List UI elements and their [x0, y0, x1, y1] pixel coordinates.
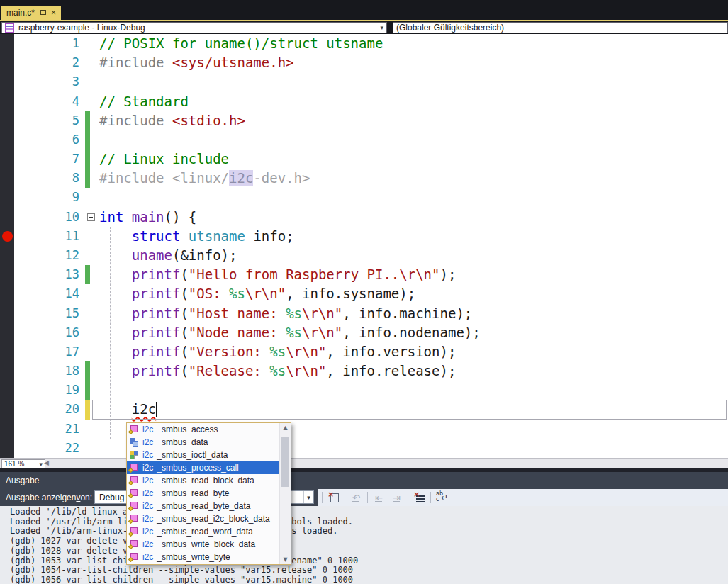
code-text: int main() {: [99, 208, 196, 227]
line-number: 11: [14, 227, 79, 246]
output-filter-label: Ausgabe anzeigen von:: [6, 489, 92, 506]
completion-item[interactable]: i2c_smbus_write_byte: [127, 551, 280, 563]
line-number: 4: [14, 92, 79, 111]
ide-window: main.c* × raspberry-example - Linux-Debu…: [0, 0, 728, 584]
output-toolbar-icons: ×↶⇤⇥×abc↵: [318, 489, 728, 506]
code-text: #include <linux/i2c-dev.h>: [99, 169, 310, 188]
output-panel-title: Ausgabe: [6, 476, 39, 485]
toolbar-separator: [367, 492, 368, 503]
pin-icon[interactable]: [40, 10, 46, 16]
find-message-icon[interactable]: ×: [327, 491, 340, 504]
line-number: 21: [14, 420, 79, 439]
tab-main-c[interactable]: main.c* ×: [1, 6, 61, 20]
goto-previous-message-icon[interactable]: ↶: [349, 491, 363, 504]
completion-item[interactable]: i2c_smbus_data: [127, 436, 280, 449]
intellisense-popup: i2c_smbus_accessi2c_smbus_datai2c_smbus_…: [126, 422, 291, 565]
code-text: printf("OS: %s\r\n", info.sysname);: [99, 284, 415, 303]
function-icon: [129, 539, 139, 549]
code-line[interactable]: 8#include <linux/i2c-dev.h>: [0, 169, 728, 188]
line-number: 18: [14, 361, 79, 381]
popup-scrollbar[interactable]: ▲ ▼: [279, 423, 291, 564]
output-line: (gdb) 1053-var-list-children --simple-va…: [0, 556, 728, 566]
project-config-value: raspberry-example - Linux-Debug: [18, 23, 145, 33]
chevron-down-icon[interactable]: ▾: [303, 491, 313, 503]
scroll-down-icon[interactable]: ▼: [280, 556, 291, 563]
line-number: 9: [14, 188, 79, 207]
code-line[interactable]: 1// POSIX for uname()/struct utsname: [0, 34, 728, 53]
function-icon: [129, 514, 139, 524]
code-text: // POSIX for uname()/struct utsname: [99, 34, 383, 53]
completion-item[interactable]: i2c_smbus_read_block_data: [127, 474, 280, 487]
scope-dropdown[interactable]: (Globaler Gültigkeitsbereich): [393, 22, 728, 33]
function-icon: [129, 552, 139, 562]
code-line[interactable]: 22: [0, 439, 728, 458]
line-number: 17: [14, 342, 79, 361]
scroll-up-icon[interactable]: ▲: [280, 425, 291, 431]
hscroll-left-arrow-icon[interactable]: ◀: [44, 459, 49, 466]
code-text: #include <stdio.h>: [99, 111, 245, 130]
completion-item[interactable]: i2c_smbus_process_call: [127, 461, 280, 474]
change-tracking-bar: [85, 150, 90, 169]
output-panel-header[interactable]: Ausgabe: [0, 472, 728, 489]
function-icon: [129, 488, 139, 498]
function-icon: [129, 425, 139, 434]
output-line: (gdb) 1054-var-list-children --simple-va…: [0, 566, 728, 575]
zoom-level-value: 161 %: [4, 460, 24, 468]
code-line[interactable]: 5#include <stdio.h>: [0, 111, 728, 130]
completion-item[interactable]: i2c_smbus_write_block_data: [127, 538, 280, 551]
code-text: #include <sys/utsname.h>: [99, 53, 294, 72]
function-icon: [129, 527, 139, 537]
code-line[interactable]: 3: [0, 72, 728, 91]
output-text-area[interactable]: Loaded '/lib/ld-linux-armhf.so.3'. Symbo…: [0, 506, 728, 584]
navigation-bar: raspberry-example - Linux-Debug ▾ (Globa…: [0, 21, 728, 34]
function-icon: [129, 501, 139, 511]
project-icon: [5, 23, 14, 33]
code-line[interactable]: 9: [0, 188, 728, 207]
fold-collapse-toggle[interactable]: [87, 213, 95, 221]
code-line[interactable]: 2#include <sys/utsname.h>: [0, 53, 728, 72]
line-number: 7: [14, 150, 79, 169]
chevron-down-icon[interactable]: ▾: [380, 24, 383, 31]
project-config-dropdown[interactable]: raspberry-example - Linux-Debug ▾: [1, 22, 387, 33]
close-icon[interactable]: ×: [51, 9, 56, 17]
struct-icon: [129, 450, 139, 460]
change-tracking-bar: [85, 130, 90, 150]
code-line[interactable]: 7// Linux include: [0, 150, 728, 169]
code-line[interactable]: 10int main() {: [0, 208, 728, 227]
code-text: uname(&info);: [99, 246, 237, 265]
completion-item[interactable]: i2c_smbus_ioctl_data: [127, 449, 280, 461]
completion-item[interactable]: i2c_smbus_read_word_data: [127, 525, 280, 538]
code-text: // Standard: [99, 92, 189, 111]
code-text: struct utsname info;: [99, 227, 294, 246]
line-number: 22: [14, 439, 79, 458]
completion-item[interactable]: i2c_smbus_access: [127, 423, 280, 436]
scrollbar-thumb[interactable]: [281, 437, 289, 487]
line-number: 19: [14, 381, 79, 400]
completion-item[interactable]: i2c_smbus_read_byte: [127, 487, 280, 500]
editor-bottom-strip: 161 % ▾ ◀: [0, 458, 728, 468]
clear-all-icon[interactable]: ×: [413, 491, 426, 504]
previous-message-icon[interactable]: ⇤: [372, 491, 386, 504]
line-number: 3: [14, 72, 79, 91]
next-message-icon[interactable]: ⇥: [390, 491, 403, 504]
output-toolbar: ×↶⇤⇥×abc↵ Ausgabe anzeigen von: Debug ▾: [0, 489, 728, 506]
output-line: (gdb) 1027-var-delete var14: [0, 537, 728, 546]
line-number: 8: [14, 169, 79, 188]
change-tracking-bar: [85, 111, 90, 130]
code-editor[interactable]: 1// POSIX for uname()/struct utsname2#in…: [0, 34, 728, 458]
output-line: (gdb) 1028-var-delete var15: [0, 546, 728, 556]
code-text: printf("Hello from Raspberry PI..\r\n");: [99, 265, 456, 284]
word-wrap-icon[interactable]: abc↵: [435, 491, 449, 504]
line-number: 13: [14, 265, 79, 284]
breakpoint-icon[interactable]: [2, 231, 13, 242]
chevron-down-icon[interactable]: ▾: [39, 461, 43, 468]
completion-item[interactable]: i2c_smbus_read_byte_data: [127, 500, 280, 512]
code-line[interactable]: 4// Standard: [0, 92, 728, 111]
toolbar-separator: [322, 492, 323, 503]
line-number: 12: [14, 246, 79, 265]
completion-item[interactable]: i2c_smbus_read_i2c_block_data: [127, 512, 280, 525]
line-number: 5: [14, 111, 79, 130]
code-line[interactable]: 6: [0, 130, 728, 150]
output-line: Loaded '/usr/lib/arm-linux-gnueabihf/lib…: [0, 517, 728, 527]
code-text: // Linux include: [99, 150, 229, 169]
